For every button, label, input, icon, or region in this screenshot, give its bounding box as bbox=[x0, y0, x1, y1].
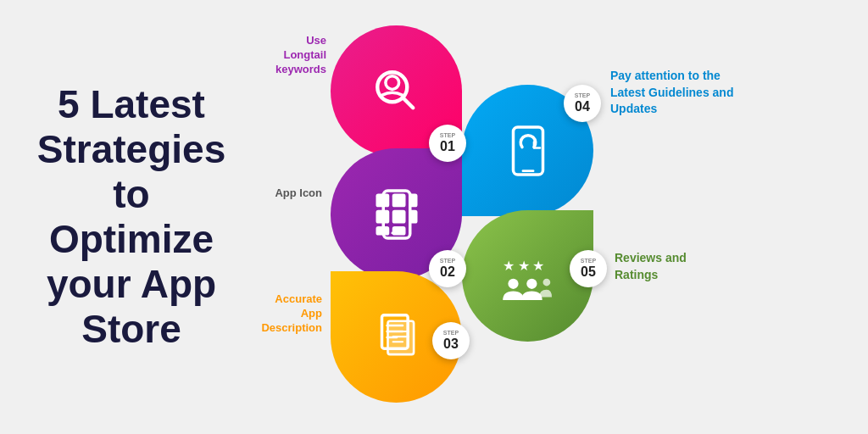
step3-word: STEP bbox=[443, 330, 459, 337]
step4-badge: STEP 04 bbox=[564, 85, 601, 122]
step1-word: STEP bbox=[440, 132, 455, 139]
svg-text:★: ★ bbox=[503, 259, 515, 273]
main-title: 5 Latest Strategies to Optimize your App… bbox=[25, 82, 237, 351]
step2-word: STEP bbox=[440, 258, 455, 264]
step3-icon bbox=[367, 308, 426, 367]
step1-num: 01 bbox=[440, 139, 455, 154]
svg-text:★: ★ bbox=[517, 259, 529, 273]
svg-point-26 bbox=[508, 278, 518, 288]
step4-word: STEP bbox=[575, 92, 590, 99]
svg-rect-17 bbox=[387, 320, 414, 353]
step2-badge: STEP 02 bbox=[429, 250, 466, 287]
svg-point-28 bbox=[542, 278, 550, 286]
svg-text:★: ★ bbox=[532, 259, 544, 273]
svg-rect-4 bbox=[392, 193, 405, 207]
step5-label: Reviews and Ratings bbox=[615, 250, 733, 283]
step5-icon: ★ ★ ★ bbox=[498, 247, 558, 306]
step5-word: STEP bbox=[581, 258, 596, 264]
step5-num: 05 bbox=[581, 264, 596, 280]
diagram-area: ★ ★ ★ STEP 01 STEP 02 bbox=[263, 0, 868, 434]
step1-label: Use Longtail keywords bbox=[263, 34, 326, 77]
step1-badge: STEP 01 bbox=[429, 125, 466, 162]
step1-icon bbox=[367, 62, 426, 121]
step3-badge: STEP 03 bbox=[432, 322, 470, 359]
step3-num: 03 bbox=[443, 337, 459, 352]
step4-num: 04 bbox=[575, 99, 590, 114]
step2-icon bbox=[367, 185, 426, 244]
step5-badge: STEP 05 bbox=[570, 250, 607, 287]
svg-line-2 bbox=[403, 97, 413, 108]
svg-point-27 bbox=[526, 278, 537, 288]
step4-label: Pay attention to the Latest Guidelines a… bbox=[610, 68, 746, 118]
step2-label: App Icon bbox=[263, 186, 322, 199]
infographic: ★ ★ ★ STEP 01 STEP 02 bbox=[263, 0, 868, 434]
step4-icon bbox=[498, 121, 558, 181]
step2-num: 02 bbox=[440, 264, 455, 280]
step3-label: Accurate App Description bbox=[254, 292, 322, 336]
svg-point-1 bbox=[385, 75, 398, 89]
left-section: 5 Latest Strategies to Optimize your App… bbox=[0, 48, 263, 385]
svg-rect-7 bbox=[392, 209, 405, 223]
